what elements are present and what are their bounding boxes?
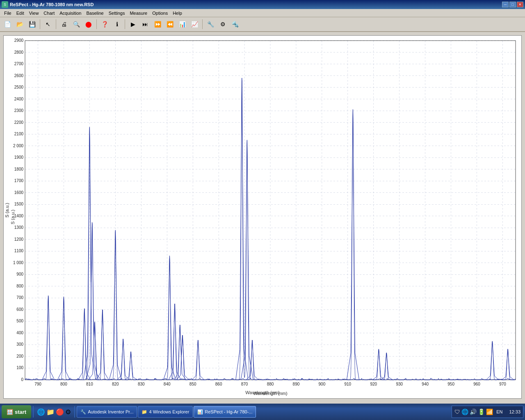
- print-button[interactable]: 🖨: [58, 18, 70, 30]
- toolbar: 📄 📂 💾 ↖ 🖨 🔍 ⬤ ❓ ℹ ▶ ⏭ ⏩ ⏪ 📊 📈 🔧 ⚙ 🔩: [0, 17, 525, 32]
- print-preview-button[interactable]: 🔍: [71, 18, 82, 30]
- toolbar-separator-4: [125, 19, 125, 29]
- menu-measure[interactable]: Measure: [127, 10, 150, 16]
- taskbar-right: 🛡 🌐 🔊 🔋 📶 EN 12:33: [452, 406, 523, 418]
- help-button[interactable]: ❓: [99, 18, 110, 30]
- maximize-button[interactable]: □: [509, 2, 516, 7]
- run1-button[interactable]: ▶: [127, 18, 139, 30]
- save-button[interactable]: 💾: [26, 18, 38, 30]
- taskbar-item-explorer[interactable]: 📁 4 Windows Explorer: [138, 406, 193, 418]
- language-indicator: EN: [495, 409, 504, 414]
- ie-icon[interactable]: 🌐: [37, 408, 45, 416]
- menu-edit[interactable]: Edit: [14, 10, 27, 16]
- explorer-icon: 📁: [142, 409, 147, 415]
- window-controls: ─ □ ✕: [502, 2, 523, 7]
- run5-button[interactable]: 📊: [176, 18, 188, 30]
- taskbar-separator-2: [74, 406, 75, 418]
- main-window: S (a.u.) Wavelength (nm): [0, 32, 525, 404]
- spectrum-chart[interactable]: [4, 36, 521, 398]
- taskbar-item-autodesk[interactable]: 🔧 Autodesk Inventor Pr...: [77, 406, 137, 418]
- toolbar-separator-5: [202, 19, 203, 29]
- open-button[interactable]: 📂: [14, 18, 25, 30]
- about-button[interactable]: ℹ: [111, 18, 123, 30]
- tray-icons: 🛡 🌐 🔊 🔋 📶: [454, 409, 493, 415]
- taskbar: 🪟 start 🌐 📁 🔴 ⚙ 🔧 Autodesk Inventor Pr..…: [0, 404, 525, 420]
- folder-icon[interactable]: 📁: [46, 408, 55, 416]
- autodesk-icon: 🔧: [80, 409, 86, 415]
- menu-chart[interactable]: Chart: [41, 10, 57, 16]
- run4-button[interactable]: ⏪: [164, 18, 176, 30]
- close-button[interactable]: ✕: [517, 2, 523, 7]
- stop-button[interactable]: ⬤: [83, 18, 94, 30]
- chart-container: S (a.u.) Wavelength (nm): [3, 35, 522, 399]
- run3-button[interactable]: ⏩: [152, 18, 163, 30]
- toolbar-separator-2: [56, 19, 56, 29]
- taskbar-item-respect[interactable]: 📊 ReSPect - Hg-Ar 780-...: [194, 406, 256, 418]
- tool2-button[interactable]: ⚙: [217, 18, 228, 30]
- y-axis-label: S (a.u.): [10, 210, 15, 224]
- taskbar-separator: [33, 406, 34, 418]
- menu-file[interactable]: File: [2, 10, 14, 16]
- av-icon: 🛡: [454, 409, 460, 415]
- windows-logo: 🪟: [7, 409, 13, 415]
- run6-button[interactable]: 📈: [189, 18, 200, 30]
- respect-icon: 📊: [197, 409, 203, 415]
- wifi-icon: 📶: [486, 409, 493, 415]
- network-icon: 🌐: [461, 409, 468, 415]
- settings-icon[interactable]: ⚙: [65, 408, 71, 416]
- battery-icon: 🔋: [478, 409, 485, 415]
- menu-view[interactable]: View: [27, 10, 41, 16]
- minimize-button[interactable]: ─: [502, 2, 509, 7]
- start-button[interactable]: 🪟 start: [2, 405, 31, 418]
- x-axis-label: Wavelength (nm): [245, 390, 279, 395]
- clock: 12:33: [506, 409, 520, 414]
- menu-baseline[interactable]: Baseline: [84, 10, 106, 16]
- menu-options[interactable]: Options: [150, 10, 170, 16]
- media-icon[interactable]: 🔴: [56, 408, 64, 416]
- window-title: ReSPect - Hg-Ar 780-1080 nm new.RSD: [10, 2, 502, 7]
- toolbar-separator-1: [40, 19, 40, 29]
- app-icon: S: [2, 1, 8, 8]
- title-bar: S ReSPect - Hg-Ar 780-1080 nm new.RSD ─ …: [0, 0, 525, 9]
- clock-container: 12:33: [506, 409, 520, 414]
- menu-help[interactable]: Help: [170, 10, 185, 16]
- tool3-button[interactable]: 🔩: [229, 18, 241, 30]
- menu-bar: File Edit View Chart Acquisition Baselin…: [0, 9, 525, 17]
- cursor-button[interactable]: ↖: [42, 18, 54, 30]
- volume-icon[interactable]: 🔊: [470, 409, 477, 415]
- new-button[interactable]: 📄: [2, 18, 13, 30]
- taskbar-quick-launch: 🌐 📁 🔴 ⚙: [37, 408, 71, 416]
- menu-acquisition[interactable]: Acquisition: [57, 10, 84, 16]
- run2-button[interactable]: ⏭: [139, 18, 151, 30]
- menu-settings[interactable]: Settings: [106, 10, 128, 16]
- toolbar-separator-3: [96, 19, 97, 29]
- tool1-button[interactable]: 🔧: [205, 18, 216, 30]
